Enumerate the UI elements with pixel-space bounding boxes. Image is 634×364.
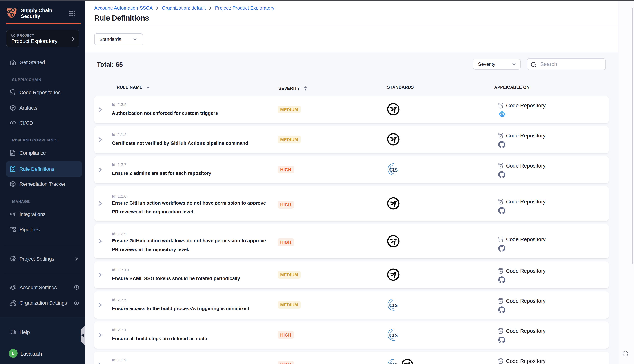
svg-text:?: ? (11, 330, 13, 333)
